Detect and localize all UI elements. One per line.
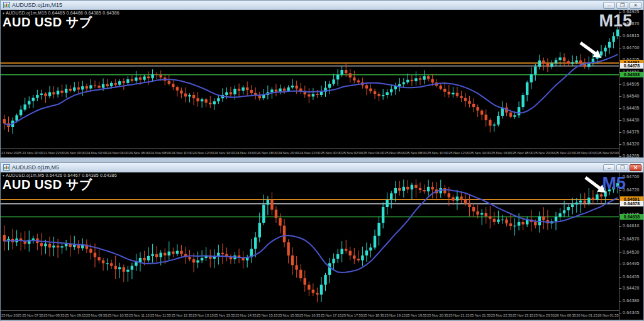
time-tick-label: 25 Nov 04:00 (363, 151, 384, 155)
titlebar-m15[interactable]: AUDUSD.oj1m,M15 – ❐ ✕ (1, 1, 643, 10)
time-tick-label: 25 Nov 09:55 (86, 313, 108, 317)
time-tick-label: 25 Nov 06:00 (384, 151, 406, 155)
time-tick-label: 24 Nov 18:00 (257, 151, 278, 155)
time-tick-label: 25 Nov 00:00 (320, 151, 341, 155)
price-tick-label: 0.64760 (623, 45, 640, 50)
time-tick-label: 25 Nov 02:00 (341, 151, 363, 155)
symbol-overlay-label: AUD USD サブ (3, 14, 92, 31)
price-tick-label: 0.64430 (623, 118, 640, 122)
time-tick-label: 25 Nov 17:55 (341, 313, 363, 317)
time-tick-label: 25 Nov 20:35 (427, 313, 448, 317)
window-title: AUDUSD.oj1m,M15 (12, 2, 603, 8)
price-tick-label: 0.64420 (623, 286, 640, 290)
time-tick-label: 24 Nov 16:00 (235, 151, 257, 155)
close-button[interactable]: ✕ (630, 2, 641, 9)
minimize-button[interactable]: – (603, 2, 615, 9)
chart-window-m15: AUDUSD.oj1m,M15 – ❐ ✕ ▾AUDUSD.oj1m,M15 0… (0, 0, 644, 158)
price-tick-label: 0.64380 (623, 298, 640, 303)
time-tick-label: 26 Nov 01:15 (576, 313, 597, 317)
mid-line-white-price-box[interactable]: 0.64678 (620, 63, 643, 69)
time-tick-label: 25 Nov 21:55 (470, 313, 491, 317)
time-tick-label: 25 Nov 13:55 (214, 313, 235, 317)
price-tick-label: 0.64610 (623, 223, 640, 228)
time-tick-label: 25 Nov 15:55 (278, 313, 299, 317)
time-tick-label: 21 Nov 22:00 (43, 151, 65, 155)
chart-icon (3, 164, 10, 171)
support-line-green-price-box[interactable]: 0.64638 (620, 72, 643, 77)
time-tick-label: 25 Nov 18:35 (363, 313, 384, 317)
time-tick-label: 26 Nov 01:55 (597, 313, 619, 317)
time-tick-label: 24 Nov 14:00 (214, 151, 235, 155)
price-tick-label: 0.64485 (623, 106, 640, 110)
time-tick-label: 24 Nov 08:00 (150, 151, 171, 155)
chart-area-m15[interactable]: ▾AUDUSD.oj1m,M15 0.64465 0.64486 0.64385… (1, 10, 643, 157)
time-tick-label: 25 Nov 18:00 (512, 151, 533, 155)
time-tick-label: 24 Nov 12:00 (192, 151, 214, 155)
minimize-button[interactable]: – (603, 164, 615, 171)
price-tick-label: 0.64345 (623, 310, 640, 315)
price-scale[interactable]: 0.647600.647200.646800.646450.646100.645… (619, 172, 643, 320)
time-tick-label: 25 Nov 10:00 (427, 151, 448, 155)
time-tick-label: 25 Nov 13:15 (192, 313, 214, 317)
annotation-arrow-icon (583, 175, 621, 204)
time-tick-label: 25 Nov 22:35 (491, 313, 512, 317)
price-scale[interactable]: 0.649250.648700.648150.647600.647050.646… (619, 10, 643, 157)
price-tick-label: 0.64265 (623, 154, 640, 157)
time-tick-label: 26 Nov 02:00 (597, 151, 619, 155)
annotation-arrow-icon (578, 40, 616, 69)
window-title: AUDUSD.oj1m,M5 (12, 164, 603, 171)
time-tick-label: 25 Nov 19:15 (384, 313, 406, 317)
time-tick-label: 25 Nov 11:15 (128, 313, 150, 317)
candlestick-plot[interactable] (1, 172, 620, 311)
time-tick-label: 25 Nov 15:15 (257, 313, 278, 317)
price-tick-label: 0.64495 (623, 261, 640, 266)
time-tick-label: 21 Nov 2025 (1, 151, 22, 155)
time-tick-label: 25 Nov 12:35 (171, 313, 192, 317)
time-tick-label: 25 Nov 14:00 (470, 151, 491, 155)
restore-button[interactable]: ❐ (616, 164, 628, 171)
price-tick-label: 0.64375 (623, 130, 640, 134)
time-tick-label: 24 Nov 06:00 (128, 151, 150, 155)
time-tick-label: 25 Nov 09:15 (65, 313, 86, 317)
time-tick-label: 25 Nov 20:00 (533, 151, 555, 155)
price-tick-label: 0.64540 (623, 94, 640, 98)
price-tick-label: 0.64530 (623, 250, 640, 254)
chart-window-m5: AUDUSD.oj1m,M5 – ❐ ✕ ▾AUDUSD.oj1m,M5 0.6… (0, 162, 644, 321)
titlebar-m5[interactable]: AUDUSD.oj1m,M5 – ❐ ✕ (1, 163, 643, 172)
price-tick-label: 0.64815 (623, 33, 640, 38)
time-tick-label: 24 Nov 22:00 (299, 151, 320, 155)
time-tick-label: 25 Nov 22:00 (555, 151, 576, 155)
price-tick-label: 0.64320 (623, 142, 640, 146)
symbol-overlay-label: AUD USD サブ (3, 176, 92, 193)
time-tick-label: 21 Nov 20:00 (22, 151, 43, 155)
time-axis[interactable]: 21 Nov 202521 Nov 20:0021 Nov 22:0024 No… (1, 149, 619, 157)
time-tick-label: 24 Nov 20:00 (278, 151, 299, 155)
time-tick-label: 25 Nov 19:55 (406, 313, 427, 317)
price-tick-label: 0.64455 (623, 274, 640, 279)
mid-line-white-price-box[interactable]: 0.64678 (620, 201, 643, 206)
time-tick-label: 25 Nov 23:15 (512, 313, 533, 317)
price-tick-label: 0.64570 (623, 237, 640, 241)
time-tick-label: 25 Nov 17:15 (320, 313, 341, 317)
candlestick-plot[interactable] (1, 10, 620, 149)
chart-area-m5[interactable]: ▾AUDUSD.oj1m,M5 0.64426 0.64467 0.64385 … (1, 172, 643, 320)
time-tick-label: 25 Nov 16:35 (299, 313, 320, 317)
time-tick-label: 24 Nov 00:00 (65, 151, 86, 155)
price-tick-label: 0.64595 (623, 82, 640, 86)
time-tick-label: 25 Nov 16:00 (491, 151, 512, 155)
time-tick-label: 24 Nov 10:00 (171, 151, 192, 155)
time-tick-label: 25 Nov 23:55 (533, 313, 555, 317)
time-tick-label: 25 Nov 08:00 (406, 151, 427, 155)
time-tick-label: 25 Nov 11:55 (150, 313, 171, 317)
time-tick-label: 26 Nov 00:35 (555, 313, 576, 317)
time-tick-label: 25 Nov 12:00 (448, 151, 470, 155)
time-tick-label: 25 Nov 2025 (1, 313, 22, 317)
support-line-green-price-box[interactable]: 0.64638 (620, 214, 643, 220)
time-tick-label: 25 Nov 10:35 (107, 313, 128, 317)
time-tick-label: 26 Nov 00:00 (576, 151, 597, 155)
time-axis[interactable]: 25 Nov 202525 Nov 07:5525 Nov 08:3525 No… (1, 311, 619, 320)
time-tick-label: 24 Nov 02:00 (86, 151, 108, 155)
restore-button[interactable]: ❐ (616, 2, 628, 9)
time-tick-label: 25 Nov 08:35 (43, 313, 65, 317)
close-button[interactable]: ✕ (630, 164, 641, 171)
